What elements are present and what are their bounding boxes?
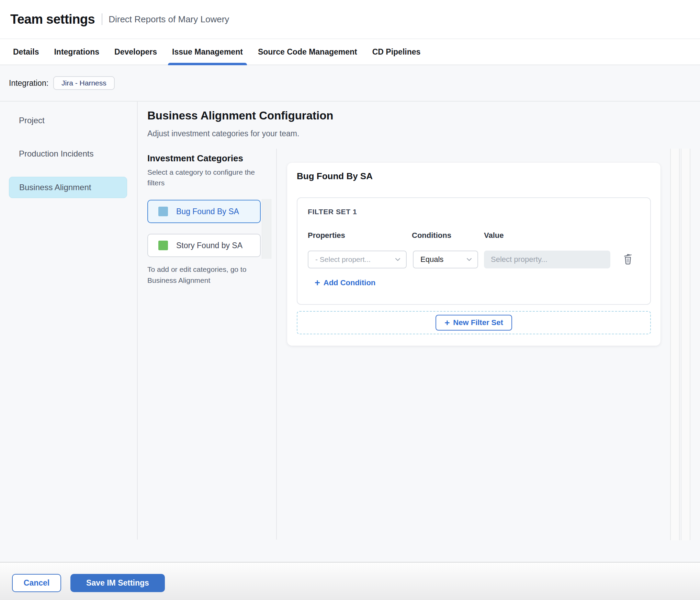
column-header-properties: Properties	[308, 231, 345, 240]
integration-bar: Integration: Jira - Harness	[0, 65, 700, 102]
section-title: Business Alignment Configuration	[147, 109, 333, 122]
sidebar-item-label: Business Alignment	[19, 183, 91, 192]
categories-footnote-line1: To add or edit categories, go to	[147, 264, 246, 275]
integration-chip[interactable]: Jira - Harness	[53, 76, 115, 90]
section-subtitle: Adjust investment categories for your te…	[147, 129, 299, 138]
tab-integrations[interactable]: Integrations	[54, 39, 99, 65]
column-header-conditions: Conditions	[412, 231, 451, 240]
new-filter-set-button[interactable]: + New Filter Set	[436, 315, 512, 331]
tab-issue-management[interactable]: Issue Management	[172, 39, 243, 65]
panel-title: Bug Found By SA	[297, 171, 373, 182]
categories-footnote: To add or edit categories, go to Busines…	[147, 264, 246, 286]
categories-footnote-line2: Business Alignment	[147, 275, 246, 286]
category-config-panel: Bug Found By SA FILTER SET 1 Properties …	[287, 163, 661, 346]
column-header-value: Value	[484, 231, 504, 240]
panel-scrollbar-inner[interactable]	[681, 149, 690, 540]
add-condition-label: Add Condition	[324, 278, 376, 287]
plus-icon: +	[444, 319, 450, 326]
delete-condition-button[interactable]	[622, 252, 634, 267]
panel-scrollbar-outer[interactable]	[670, 149, 680, 540]
page-title: Team settings	[10, 12, 95, 27]
sidebar-item-project[interactable]: Project	[19, 116, 45, 125]
categories-description: Select a category to configure the filte…	[147, 167, 255, 188]
category-button-story-found-by-sa[interactable]: Story Found by SA	[147, 234, 261, 257]
trash-icon	[622, 252, 633, 267]
column-divider	[276, 149, 277, 540]
condition-select[interactable]: Equals	[413, 251, 478, 268]
new-filter-set-dropzone: + New Filter Set	[297, 311, 651, 334]
category-swatch-blue	[158, 207, 168, 216]
chevron-down-icon	[466, 256, 472, 263]
category-list-scrollbar[interactable]	[262, 199, 271, 259]
filter-set-box: FILTER SET 1 Properties Conditions Value…	[297, 197, 651, 305]
category-button-bug-found-by-sa[interactable]: Bug Found By SA	[147, 200, 261, 223]
sidebar-item-business-alignment[interactable]: Business Alignment	[9, 177, 127, 198]
sidebar-item-production-incidents[interactable]: Production Incidents	[19, 149, 93, 159]
category-label: Bug Found By SA	[176, 207, 239, 216]
page-subtitle: Direct Reports of Mary Lowery	[109, 14, 229, 25]
categories-description-line1: Select a category to configure the	[147, 167, 255, 177]
content-area: Project Production Incidents Business Al…	[0, 102, 700, 562]
sidebar-divider	[137, 102, 138, 540]
team-settings-screen: Team settings Direct Reports of Mary Low…	[0, 0, 700, 600]
tab-developers[interactable]: Developers	[114, 39, 157, 65]
categories-title: Investment Categories	[147, 153, 243, 164]
chevron-down-icon	[395, 256, 400, 263]
save-im-settings-button[interactable]: Save IM Settings	[70, 574, 165, 592]
plus-icon: +	[315, 279, 320, 287]
filter-set-title: FILTER SET 1	[308, 208, 357, 216]
category-swatch-green	[158, 241, 168, 250]
property-select-placeholder: - Select propert...	[315, 255, 371, 264]
categories-description-line2: filters	[147, 177, 255, 188]
tab-details[interactable]: Details	[13, 39, 39, 65]
tab-source-code-management[interactable]: Source Code Management	[258, 39, 357, 65]
page-header: Team settings Direct Reports of Mary Low…	[0, 0, 700, 38]
condition-select-value: Equals	[420, 255, 443, 264]
integration-label: Integration:	[9, 79, 48, 88]
new-filter-set-label: New Filter Set	[453, 318, 503, 327]
add-condition-button[interactable]: + Add Condition	[315, 278, 375, 287]
value-input[interactable]	[484, 251, 610, 268]
category-label: Story Found by SA	[176, 241, 242, 250]
cancel-button[interactable]: Cancel	[12, 574, 61, 592]
tab-cd-pipelines[interactable]: CD Pipelines	[372, 39, 421, 65]
property-select[interactable]: - Select propert...	[308, 251, 407, 268]
footer-bar: Cancel Save IM Settings	[0, 562, 700, 600]
title-separator	[102, 13, 102, 25]
tab-bar: Details Integrations Developers Issue Ma…	[0, 38, 700, 65]
